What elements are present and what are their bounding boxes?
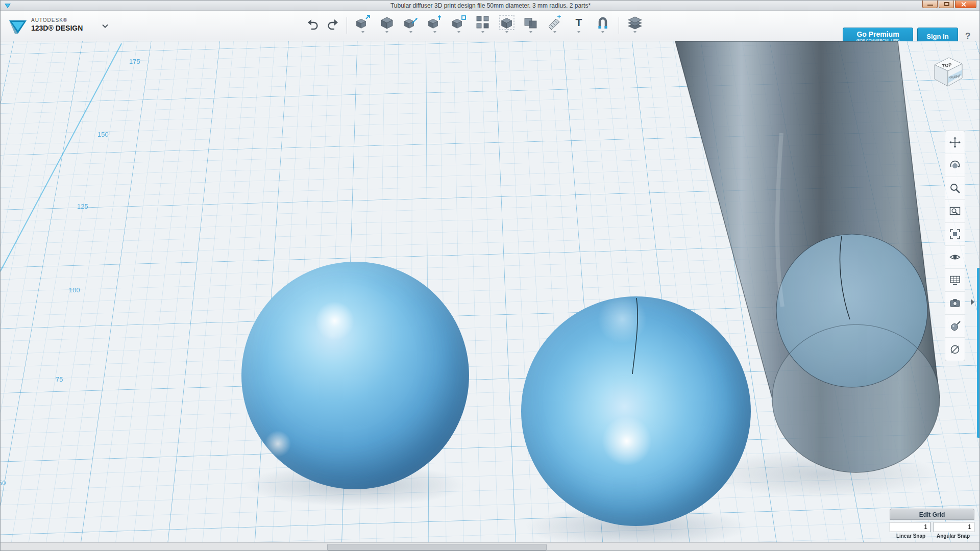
orbit-icon (949, 160, 961, 171)
construct-icon (427, 15, 443, 30)
angular-snap-input[interactable] (934, 522, 974, 532)
text-tool-icon: T (569, 15, 589, 30)
minimize-icon (927, 5, 933, 6)
undo-icon (306, 17, 320, 31)
combine-icon (523, 15, 538, 30)
pattern-tool-button[interactable] (473, 15, 493, 33)
visibility-button[interactable] (945, 246, 965, 269)
horizontal-scrollbar-thumb[interactable] (327, 544, 547, 550)
zoom-window-button[interactable] (945, 200, 965, 223)
pattern-icon (475, 15, 491, 30)
redo-icon (326, 17, 339, 31)
edit-grid-panel: Edit Grid Linear Snap Angular Snap (890, 509, 974, 539)
material-tool-button[interactable] (625, 15, 645, 33)
pan-icon (949, 137, 961, 148)
grid-label: 75 (56, 375, 63, 383)
combine-tool-button[interactable] (521, 15, 541, 33)
help-button[interactable]: ? (965, 31, 970, 41)
grid-label: 100 (69, 286, 80, 294)
material-layers-icon (627, 15, 643, 30)
view-tools-palette (945, 131, 965, 361)
dropdown-caret-icon[interactable] (481, 31, 484, 33)
snap-magnet-icon (595, 15, 610, 30)
viewport-canvas[interactable]: 175 150 125 100 75 50 (1, 41, 980, 542)
material-view-button[interactable] (945, 315, 965, 338)
maximize-button[interactable] (939, 1, 954, 8)
dropdown-caret-icon[interactable] (505, 31, 508, 33)
measure-tool-button[interactable] (545, 15, 565, 33)
edit-grid-button[interactable]: Edit Grid (890, 509, 974, 520)
sketch-tool-button[interactable] (401, 15, 421, 33)
view-settings-button[interactable] (945, 269, 965, 292)
zoom-button[interactable] (945, 177, 965, 200)
brand-autodesk: AUTODESK® (31, 17, 83, 24)
grid-label: 175 (129, 58, 140, 65)
dropdown-caret-icon[interactable] (601, 31, 604, 33)
brand-menu-chevron-icon[interactable] (102, 24, 109, 29)
toolbar-separator (347, 17, 347, 34)
dropdown-caret-icon[interactable] (361, 31, 364, 33)
modify-tool-button[interactable] (449, 15, 469, 33)
material-view-icon (949, 320, 961, 332)
app-window: Tubular diffuser 3D print design file 50… (0, 0, 980, 551)
linear-snap-input[interactable] (890, 522, 930, 532)
grid-label: 125 (77, 203, 88, 210)
dropdown-caret-icon[interactable] (457, 31, 460, 33)
close-button[interactable] (955, 1, 976, 8)
angular-snap-label: Angular Snap (932, 533, 974, 539)
title-bar: Tubular diffuser 3D print design file 50… (1, 1, 980, 11)
tube-object[interactable] (654, 41, 980, 490)
sketch-icon (403, 15, 419, 30)
primitives-tool-button[interactable] (377, 15, 397, 33)
grid-label: 150 (97, 131, 109, 138)
transform-tool-button[interactable] (353, 15, 373, 33)
zoom-window-icon (949, 206, 961, 217)
view-cube[interactable]: TOP FRONT (928, 52, 967, 95)
app-logo-icon (8, 16, 28, 36)
linear-snap-label: Linear Snap (890, 533, 932, 539)
group-icon (499, 15, 514, 30)
dropdown-caret-icon[interactable] (385, 31, 388, 33)
side-panel-arrow-icon[interactable] (971, 299, 974, 305)
orbit-button[interactable] (945, 154, 965, 177)
view-settings-icon (949, 274, 961, 286)
fit-view-button[interactable] (945, 223, 965, 246)
minimize-button[interactable] (922, 1, 938, 8)
dropdown-caret-icon[interactable] (633, 31, 636, 33)
dropdown-caret-icon[interactable] (553, 31, 556, 33)
modify-icon (451, 15, 467, 30)
horizontal-scrollbar[interactable] (1, 542, 980, 551)
dropdown-caret-icon[interactable] (529, 31, 532, 33)
grid-label: 50 (1, 479, 6, 487)
screenshot-button[interactable] (945, 292, 965, 315)
dropdown-caret-icon[interactable] (409, 31, 412, 33)
measure-icon (547, 15, 562, 30)
redo-button[interactable] (325, 17, 341, 31)
text-tool-button[interactable]: T (569, 15, 589, 33)
screenshot-icon (949, 297, 961, 309)
outline-view-icon (949, 344, 961, 355)
side-panel-handle[interactable] (977, 268, 980, 438)
undo-button[interactable] (305, 17, 321, 31)
sphere-left-object[interactable] (241, 262, 469, 489)
transform-icon (355, 15, 371, 30)
dropdown-caret-icon[interactable] (433, 31, 436, 33)
group-tool-button[interactable] (497, 15, 517, 33)
maximize-icon (944, 2, 949, 6)
zoom-icon (949, 183, 961, 194)
go-premium-label: Go Premium (843, 30, 913, 38)
visibility-icon (949, 252, 961, 263)
brand-text: AUTODESK® 123D® DESIGN (31, 17, 83, 33)
tube-inner-floor (776, 234, 927, 387)
toolbar-separator (619, 17, 619, 34)
pan-button[interactable] (945, 131, 965, 154)
snap-tool-button[interactable] (593, 15, 613, 33)
dropdown-caret-icon[interactable] (577, 31, 580, 33)
tool-strip: T (305, 15, 645, 34)
outline-view-button[interactable] (945, 338, 965, 361)
window-title: Tubular diffuser 3D print design file 50… (1, 1, 980, 11)
fit-view-icon (949, 229, 961, 240)
construct-tool-button[interactable] (425, 15, 445, 33)
brand-123d-design: 123D® DESIGN (31, 24, 83, 33)
primitives-icon (379, 15, 395, 30)
